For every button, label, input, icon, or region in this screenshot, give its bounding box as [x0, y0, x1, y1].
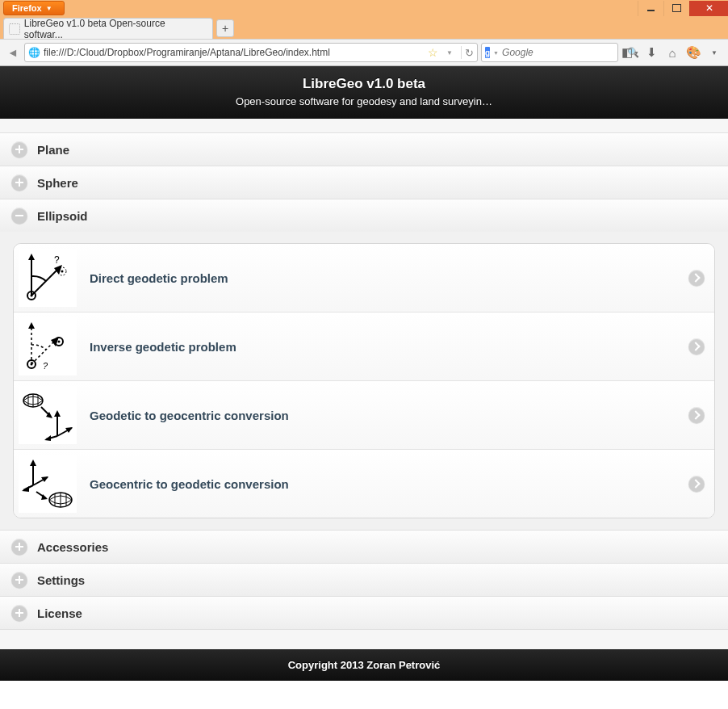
browser-tab[interactable]: LibreGeo v1.0 beta Open-source softwar..… [3, 18, 213, 39]
firefox-menu-button[interactable]: Firefox ▼ [3, 1, 65, 15]
accordion-label: Plane [37, 143, 69, 157]
search-box[interactable]: g ▼ 🔍 [481, 43, 618, 62]
chevron-down-icon[interactable]: ▼ [441, 44, 458, 61]
accordion-header-settings[interactable]: Settings [0, 564, 728, 596]
accordion-header-ellipsoid[interactable]: Ellipsoid [0, 199, 728, 232]
chevron-right-icon [688, 270, 705, 286]
accordion-header-plane[interactable]: Plane [0, 133, 728, 166]
accordion-label: Settings [37, 573, 85, 587]
minus-icon [11, 208, 27, 224]
window-controls: ✕ [638, 1, 728, 16]
plus-icon [11, 572, 27, 588]
svg-marker-29 [44, 435, 51, 441]
accordion-header-accessories[interactable]: Accessories [0, 531, 728, 563]
direct-geodetic-icon: ? [19, 249, 77, 307]
maximize-button[interactable] [663, 1, 689, 16]
accordion-header-license[interactable]: License [0, 597, 728, 629]
footer-text: Copyright 2013 Zoran Petrović [288, 659, 441, 671]
svg-marker-25 [54, 410, 61, 417]
svg-point-16 [58, 341, 61, 343]
svg-text:?: ? [43, 361, 48, 371]
tab-title: LibreGeo v1.0 beta Open-source softwar..… [24, 18, 204, 40]
svg-marker-12 [28, 322, 35, 329]
list-item-label: Geocentric to geodetic conversion [90, 477, 676, 491]
close-button[interactable]: ✕ [689, 1, 728, 16]
nav-toolbar: ◄ 🌐 ☆ ▼ ↻ g ▼ 🔍 ◧▼ ⬇ ⌂ 🎨 ▼ [0, 39, 728, 66]
reload-button[interactable]: ↻ [465, 47, 474, 59]
page-header: LibreGeo v1.0 beta Open-source software … [0, 66, 728, 119]
page-subtitle: Open-source software for geodesy and lan… [8, 95, 720, 107]
accordion-item-ellipsoid: Ellipsoid [0, 199, 728, 531]
svg-point-7 [61, 271, 64, 273]
inverse-geodetic-icon: ? [19, 317, 77, 375]
list-item-direct-geodetic[interactable]: ? Direct geodetic problem [14, 244, 714, 312]
ellipsoid-list: ? Direct geodetic problem [13, 243, 715, 518]
window-titlebar: Firefox ▼ ✕ [0, 0, 728, 16]
svg-marker-35 [22, 486, 29, 492]
new-tab-button[interactable]: + [216, 19, 234, 37]
minimize-button[interactable] [638, 1, 663, 16]
url-bar[interactable]: 🌐 ☆ ▼ ↻ [24, 43, 478, 62]
viewport: LibreGeo v1.0 beta Open-source software … [0, 66, 728, 709]
tab-bar: LibreGeo v1.0 beta Open-source softwar..… [0, 16, 728, 39]
url-input[interactable] [44, 47, 425, 58]
accordion-header-sphere[interactable]: Sphere [0, 166, 728, 199]
home-button[interactable]: ⌂ [663, 44, 681, 61]
accordion-label: Ellipsoid [37, 209, 88, 223]
svg-marker-3 [28, 254, 35, 260]
list-item-label: Direct geodetic problem [90, 271, 676, 285]
accordion-label: License [37, 606, 82, 620]
firefox-label: Firefox [12, 3, 42, 13]
list-item-geodetic-to-geocentric[interactable]: Geodetic to geocentric conversion [14, 380, 714, 449]
svg-text:?: ? [54, 254, 60, 266]
chevron-right-icon [688, 476, 705, 492]
list-item-label: Inverse geodetic problem [90, 340, 676, 354]
list-item-label: Geodetic to geocentric conversion [90, 409, 676, 422]
addon-button[interactable]: 🎨 [684, 44, 702, 61]
chevron-right-icon [688, 338, 705, 354]
content-area: Plane Sphere Ellipsoid [0, 119, 728, 681]
plus-icon [11, 174, 27, 191]
accordion-label: Sphere [37, 176, 78, 190]
separator [461, 46, 462, 59]
list-item-inverse-geodetic[interactable]: ? Inverse geodetic problem [14, 312, 714, 380]
accordion-item-plane: Plane [0, 132, 728, 166]
globe-icon: 🌐 [28, 47, 40, 58]
google-icon: g [485, 47, 490, 58]
plus-icon [11, 539, 27, 555]
geodetic-to-geocentric-icon [19, 386, 77, 444]
accordion-item-license: License [0, 596, 728, 630]
accordion-item-sphere: Sphere [0, 166, 728, 199]
back-button[interactable]: ◄ [5, 44, 21, 61]
svg-marker-31 [30, 459, 36, 466]
geocentric-to-geodetic-icon [19, 455, 77, 513]
accordion-item-settings: Settings [0, 563, 728, 597]
accordion-label: Accessories [37, 540, 108, 554]
chevron-down-icon: ▼ [46, 5, 52, 12]
page-footer: Copyright 2013 Zoran Petrović [0, 649, 728, 681]
plus-icon [11, 141, 27, 157]
list-item-geocentric-to-geodetic[interactable]: Geocentric to geodetic conversion [14, 449, 714, 518]
bookmarks-button[interactable]: ◧▼ [621, 44, 639, 61]
chevron-down-icon[interactable]: ▼ [705, 44, 723, 61]
chevron-right-icon [688, 407, 705, 423]
favicon-icon [9, 23, 20, 35]
search-input[interactable] [502, 47, 624, 58]
downloads-button[interactable]: ⬇ [642, 44, 660, 61]
accordion-body-ellipsoid: ? Direct geodetic problem [0, 232, 728, 530]
accordion-item-accessories: Accessories [0, 530, 728, 564]
page-title: LibreGeo v1.0 beta [8, 76, 720, 92]
svg-marker-33 [41, 476, 48, 482]
bookmark-star-icon[interactable]: ☆ [428, 46, 438, 59]
chevron-down-icon[interactable]: ▼ [493, 50, 499, 56]
svg-marker-27 [65, 427, 73, 433]
plus-icon [11, 605, 27, 621]
